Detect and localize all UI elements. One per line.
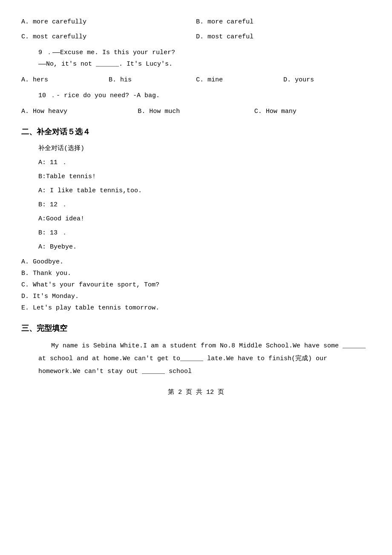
section2-title: 二、补全对话５选４: [21, 125, 371, 139]
section2-option-d: D. It's Monday.: [21, 291, 371, 302]
dialogue-b13: B: 13 ．: [21, 227, 371, 239]
section2-option-a: A. Goodbye.: [21, 256, 371, 268]
dialogue-b12: B: 12 ．: [21, 199, 371, 211]
q9-stem-line2: ——No, it's not ______. It's Lucy's.: [38, 58, 371, 70]
dialogue-b1-text: B:Table tennis!: [38, 171, 371, 182]
q8-option-a: A. more carefully: [21, 16, 196, 28]
q9-option-d: D. yours: [283, 74, 371, 86]
q10-option-c: C. How many: [254, 106, 371, 117]
dialogue-a11: A: 11 ．: [21, 157, 371, 168]
section2-option-e: E. Let's play table tennis tomorrow.: [21, 302, 371, 314]
q9-option-b: B. his: [109, 74, 196, 86]
q8-option-c: C. most carefully: [21, 31, 196, 43]
section2-option-b: B. Thank you.: [21, 268, 371, 279]
q8-options-row2: C. most carefully D. most careful: [21, 31, 371, 43]
page-footer: 第 2 页 共 12 页: [21, 387, 371, 398]
q9-block: 9 ．——Excuse me. Is this your ruler? ——No…: [21, 47, 371, 70]
q9-option-c: C. mine: [196, 74, 283, 86]
section2-answer-options: A. Goodbye. B. Thank you. C. What's your…: [21, 256, 371, 314]
dialogue-b12-text: B: 12 ．: [38, 199, 371, 211]
dialogue-b13-text: B: 13 ．: [38, 227, 371, 239]
section3-paragraph1-text: My name is Sebina White.I am a student f…: [38, 342, 366, 375]
section2-option-c: C. What's your favourite sport, Tom?: [21, 279, 371, 291]
section3-paragraph1: My name is Sebina White.I am a student f…: [21, 340, 371, 378]
q10-options: A. How heavy B. How much C. How many: [21, 106, 371, 117]
dialogue-a2: A: I like table tennis,too.: [21, 185, 371, 197]
section2-intro: 补全对话(选择): [21, 143, 371, 154]
dialogue-a11-text: A: 11 ．: [38, 157, 371, 168]
dialogue-a2-text: A: I like table tennis,too.: [38, 185, 371, 197]
q10-option-a: A. How heavy: [21, 106, 138, 117]
q9-stem-line1: 9 ．——Excuse me. Is this your ruler?: [38, 47, 371, 58]
q10-option-b: B. How much: [138, 106, 254, 117]
dialogue-a3: A:Good idea!: [21, 213, 371, 225]
dialogue-b1: B:Table tennis!: [21, 171, 371, 182]
q8-option-d: D. most careful: [196, 31, 371, 43]
q9-option-a: A. hers: [21, 74, 109, 86]
section3-title: 三、完型填空: [21, 321, 371, 335]
q8-option-b: B. more careful: [196, 16, 371, 28]
section2-intro-text: 补全对话(选择): [38, 143, 371, 154]
q10-block: 10 ．- rice do you need? -A bag.: [21, 90, 371, 101]
q10-stem: 10 ．- rice do you need? -A bag.: [38, 90, 371, 101]
q9-options-row1: A. hers B. his C. mine D. yours: [21, 74, 371, 86]
dialogue-a4: A: Byebye.: [21, 241, 371, 253]
page-footer-text: 第 2 页 共 12 页: [168, 389, 224, 396]
dialogue-a3-text: A:Good idea!: [38, 213, 371, 225]
q8-options: A. more carefully B. more careful: [21, 16, 371, 28]
dialogue-a4-text: A: Byebye.: [38, 241, 371, 253]
